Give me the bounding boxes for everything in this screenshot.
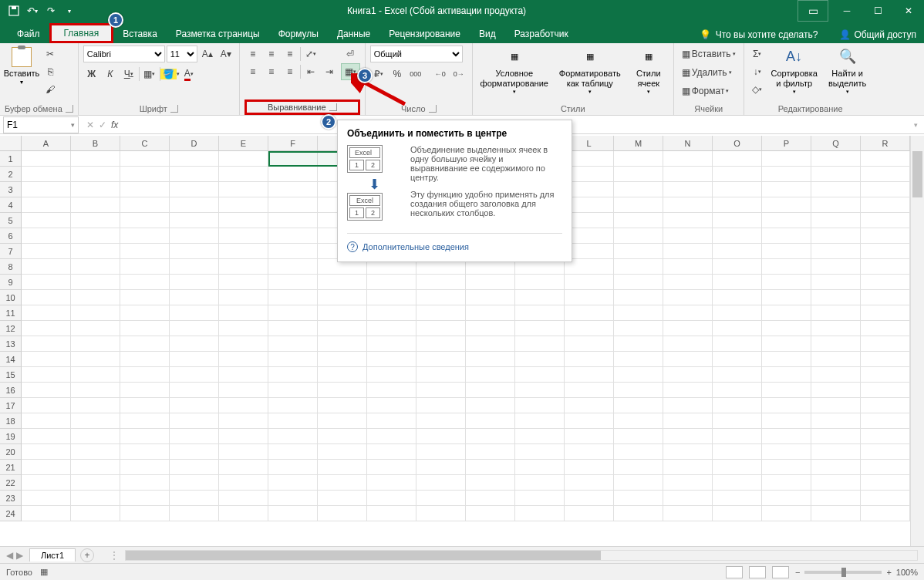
cell[interactable]	[120, 352, 170, 367]
cell[interactable]	[318, 491, 367, 506]
cell[interactable]	[614, 259, 663, 275]
cell[interactable]	[565, 506, 614, 521]
find-select-button[interactable]: 🔍 Найти и выделить▾	[823, 46, 872, 97]
cell[interactable]	[466, 413, 515, 429]
maximize-icon[interactable]: ☐	[862, 0, 893, 22]
cell[interactable]	[416, 444, 466, 460]
cell[interactable]	[713, 429, 762, 444]
cell[interactable]	[22, 475, 71, 491]
cell[interactable]	[22, 383, 71, 398]
cell[interactable]	[416, 506, 466, 521]
row-header[interactable]: 15	[0, 367, 22, 383]
cell[interactable]	[861, 491, 910, 506]
cell[interactable]	[22, 290, 71, 305]
close-icon[interactable]: ✕	[893, 0, 924, 22]
cell[interactable]	[663, 197, 713, 213]
cell[interactable]	[318, 460, 367, 475]
cell[interactable]	[318, 305, 367, 321]
cell[interactable]	[120, 444, 170, 460]
cell[interactable]	[811, 367, 861, 383]
cell[interactable]	[170, 228, 219, 244]
cell[interactable]	[614, 290, 663, 305]
cell[interactable]	[811, 506, 861, 521]
cell[interactable]	[663, 228, 713, 244]
next-sheet-icon[interactable]: ▶	[16, 550, 23, 561]
cell[interactable]	[663, 182, 713, 197]
cell[interactable]	[861, 275, 910, 290]
paste-button[interactable]: Вставить ▾	[5, 46, 39, 88]
cell[interactable]	[713, 336, 762, 352]
column-header[interactable]: B	[71, 136, 120, 151]
cell[interactable]	[367, 290, 416, 305]
cell[interactable]	[268, 491, 318, 506]
cell[interactable]	[762, 182, 811, 197]
cell[interactable]	[811, 460, 861, 475]
cell[interactable]	[71, 228, 120, 244]
cell[interactable]	[861, 151, 910, 167]
cell[interactable]	[219, 197, 268, 213]
cell[interactable]	[663, 213, 713, 228]
font-size-select[interactable]: 11	[167, 46, 197, 62]
row-header[interactable]: 9	[0, 275, 22, 290]
format-cells-button[interactable]: ▦ Формат ▾	[679, 83, 733, 99]
cell[interactable]	[219, 491, 268, 506]
cell[interactable]	[367, 444, 416, 460]
cell[interactable]	[170, 259, 219, 275]
cell[interactable]	[367, 460, 416, 475]
cell[interactable]	[762, 259, 811, 275]
cell[interactable]	[614, 444, 663, 460]
cell[interactable]	[811, 305, 861, 321]
cell[interactable]	[71, 413, 120, 429]
cell[interactable]	[367, 383, 416, 398]
row-header[interactable]: 8	[0, 259, 22, 275]
cell[interactable]	[762, 383, 811, 398]
cell[interactable]	[466, 460, 515, 475]
cell[interactable]	[861, 383, 910, 398]
cell[interactable]	[861, 460, 910, 475]
cell[interactable]	[367, 429, 416, 444]
cell[interactable]	[614, 167, 663, 182]
cell[interactable]	[170, 151, 219, 167]
cell[interactable]	[170, 413, 219, 429]
launcher-icon[interactable]	[66, 105, 73, 113]
cell[interactable]	[318, 383, 367, 398]
cell[interactable]	[713, 352, 762, 367]
cell[interactable]	[466, 321, 515, 336]
cell[interactable]	[663, 321, 713, 336]
cell[interactable]	[614, 213, 663, 228]
cell[interactable]	[416, 460, 466, 475]
cell[interactable]	[120, 429, 170, 444]
cell[interactable]	[811, 444, 861, 460]
cell[interactable]	[416, 429, 466, 444]
qat-customize-icon[interactable]: ▾	[63, 5, 76, 17]
cell[interactable]	[713, 398, 762, 413]
cell[interactable]	[663, 491, 713, 506]
cell[interactable]	[565, 290, 614, 305]
cell[interactable]	[663, 151, 713, 167]
row-header[interactable]: 22	[0, 475, 22, 491]
comma-format-icon[interactable]: 000	[407, 66, 424, 83]
italic-button[interactable]: К	[102, 66, 119, 83]
cell[interactable]	[614, 182, 663, 197]
align-top-icon[interactable]: ≡	[244, 46, 261, 62]
cell[interactable]	[416, 398, 466, 413]
cell[interactable]	[713, 413, 762, 429]
cell[interactable]	[22, 305, 71, 321]
cell[interactable]	[219, 506, 268, 521]
cell[interactable]	[515, 460, 565, 475]
cell[interactable]	[515, 305, 565, 321]
cell[interactable]	[170, 506, 219, 521]
cell[interactable]	[861, 213, 910, 228]
cell[interactable]	[219, 352, 268, 367]
cell[interactable]	[614, 228, 663, 244]
increase-indent-icon[interactable]: ⇥	[321, 63, 338, 80]
cell[interactable]	[515, 413, 565, 429]
cell[interactable]	[565, 475, 614, 491]
cell[interactable]	[416, 336, 466, 352]
launcher-icon[interactable]	[429, 105, 437, 113]
cell[interactable]	[515, 398, 565, 413]
orientation-icon[interactable]: ⤢▾	[302, 46, 319, 62]
row-header[interactable]: 2	[0, 167, 22, 182]
cell[interactable]	[219, 228, 268, 244]
cell[interactable]	[565, 305, 614, 321]
